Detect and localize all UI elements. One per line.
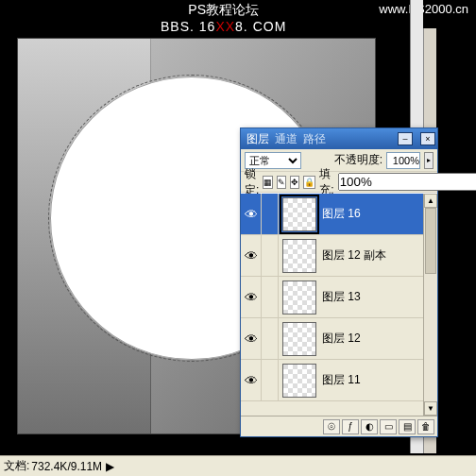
lock-transparency-icon[interactable]: ▦ <box>263 176 273 189</box>
status-flyout[interactable]: ▶ <box>106 460 114 473</box>
link-column[interactable] <box>262 194 279 234</box>
watermark-top: PS教程论坛 BBS. 16XX8. COM <box>161 2 286 34</box>
layer-thumbnail[interactable] <box>282 364 316 398</box>
fx-icon[interactable]: ƒ <box>342 419 359 434</box>
layer-name[interactable]: 图层 12 <box>320 331 423 347</box>
tab-channels[interactable]: 通道 <box>275 131 298 147</box>
visibility-toggle[interactable]: 👁 <box>241 318 262 359</box>
layer-thumbnail[interactable] <box>282 239 316 273</box>
lock-all-icon[interactable]: 🔒 <box>303 176 315 189</box>
layer-row[interactable]: 👁 图层 12 <box>241 318 423 360</box>
layer-name[interactable]: 图层 12 副本 <box>320 247 423 264</box>
status-bar: 文档: 732.4K/9.11M ▶ <box>0 455 476 476</box>
visibility-toggle[interactable]: 👁 <box>241 360 262 400</box>
opacity-label: 不透明度: <box>334 152 382 168</box>
link-column[interactable] <box>262 277 279 317</box>
scrollbar-thumb[interactable] <box>425 208 436 274</box>
visibility-toggle[interactable]: 👁 <box>241 277 262 317</box>
lock-pixels-icon[interactable]: ✎ <box>277 176 286 189</box>
visibility-toggle[interactable]: 👁 <box>241 194 262 234</box>
scroll-up-icon[interactable]: ▲ <box>424 194 437 208</box>
layers-panel: 图层 通道 路径 – × 正常 不透明度: ▸ 锁定: ▦ ✎ ✥ 🔒 填充: … <box>240 128 438 437</box>
layer-row[interactable]: 👁 图层 12 副本 <box>241 235 423 277</box>
layer-name[interactable]: 图层 11 <box>320 372 423 388</box>
opacity-flyout[interactable]: ▸ <box>424 152 434 169</box>
tab-layers[interactable]: 图层 <box>246 131 269 147</box>
layer-list: 👁 图层 16 👁 图层 12 副本 👁 图层 13 👁 <box>241 193 437 416</box>
scroll-down-icon[interactable]: ▼ <box>424 401 437 416</box>
trash-icon[interactable]: 🗑 <box>417 419 434 434</box>
watermark-line2: BBS. 16XX8. COM <box>161 19 286 34</box>
mask-icon[interactable]: ◐ <box>361 419 378 434</box>
layer-name[interactable]: 图层 13 <box>320 289 423 305</box>
link-layers-icon[interactable]: ⦾ <box>323 419 340 434</box>
blend-opacity-row: 正常 不透明度: ▸ <box>241 149 437 172</box>
layer-thumbnail[interactable] <box>282 197 316 231</box>
opacity-input[interactable] <box>386 152 420 169</box>
watermark-url: www.PS2000.cn <box>379 2 468 16</box>
layer-thumbnail[interactable] <box>282 280 316 314</box>
panel-footer: ⦾ ƒ ◐ ▭ ▤ 🗑 <box>241 416 437 436</box>
link-column[interactable] <box>262 235 279 276</box>
status-value: 732.4K/9.11M <box>31 460 102 473</box>
watermark-line1: PS教程论坛 <box>161 2 286 19</box>
lock-fill-row: 锁定: ▦ ✎ ✥ 🔒 填充: ▸ <box>241 172 437 193</box>
layer-name[interactable]: 图层 16 <box>320 206 423 222</box>
link-column[interactable] <box>262 318 279 359</box>
visibility-toggle[interactable]: 👁 <box>241 235 262 276</box>
tab-paths[interactable]: 路径 <box>303 131 326 147</box>
layer-thumbnail[interactable] <box>282 322 316 356</box>
adjustment-icon[interactable]: ▭ <box>380 419 397 434</box>
new-layer-icon[interactable]: ▤ <box>399 419 416 434</box>
minimize-button[interactable]: – <box>398 132 413 145</box>
link-column[interactable] <box>262 360 279 400</box>
close-button[interactable]: × <box>420 132 435 145</box>
lock-position-icon[interactable]: ✥ <box>290 176 299 189</box>
fill-input[interactable] <box>338 173 476 191</box>
layer-row[interactable]: 👁 图层 13 <box>241 277 423 318</box>
layer-row[interactable]: 👁 图层 11 <box>241 360 423 401</box>
layer-scrollbar[interactable]: ▲ ▼ <box>423 194 437 416</box>
status-label: 文档: <box>4 458 29 474</box>
layer-row[interactable]: 👁 图层 16 <box>241 194 423 235</box>
panel-titlebar[interactable]: 图层 通道 路径 – × <box>241 128 437 149</box>
